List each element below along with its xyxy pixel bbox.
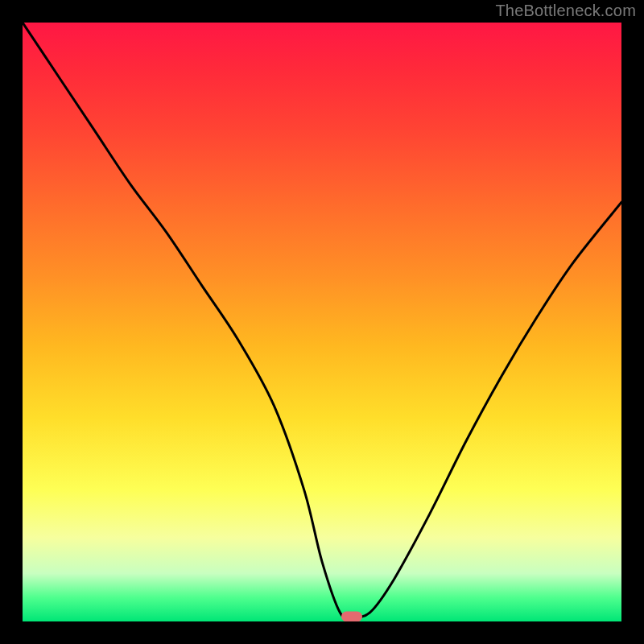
optimal-marker (341, 612, 362, 621)
bottleneck-curve-path (23, 23, 621, 618)
watermark-text: TheBottleneck.com (495, 2, 636, 20)
chart-frame: TheBottleneck.com (0, 0, 644, 644)
bottleneck-curve-svg (23, 23, 621, 621)
plot-area (23, 23, 621, 621)
